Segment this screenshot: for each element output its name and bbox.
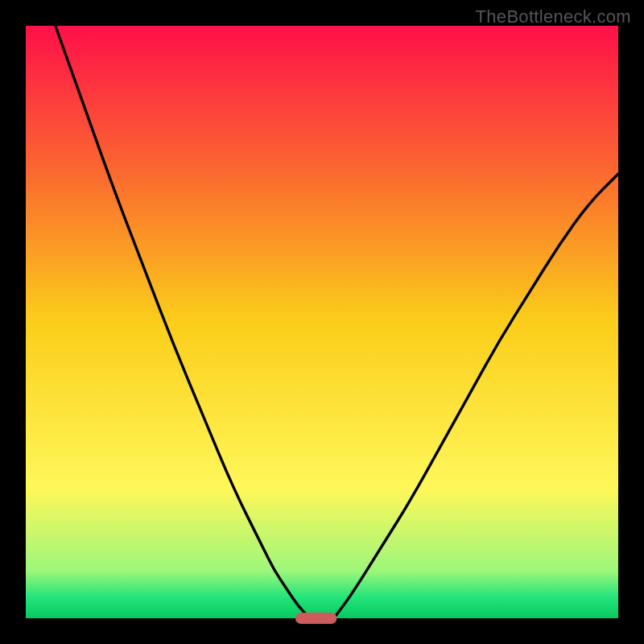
chart-background xyxy=(26,26,618,618)
chart-svg xyxy=(0,0,644,644)
watermark-label: TheBottleneck.com xyxy=(476,6,631,27)
chart-container: TheBottleneck.com xyxy=(0,0,644,644)
optimal-marker xyxy=(295,613,337,624)
